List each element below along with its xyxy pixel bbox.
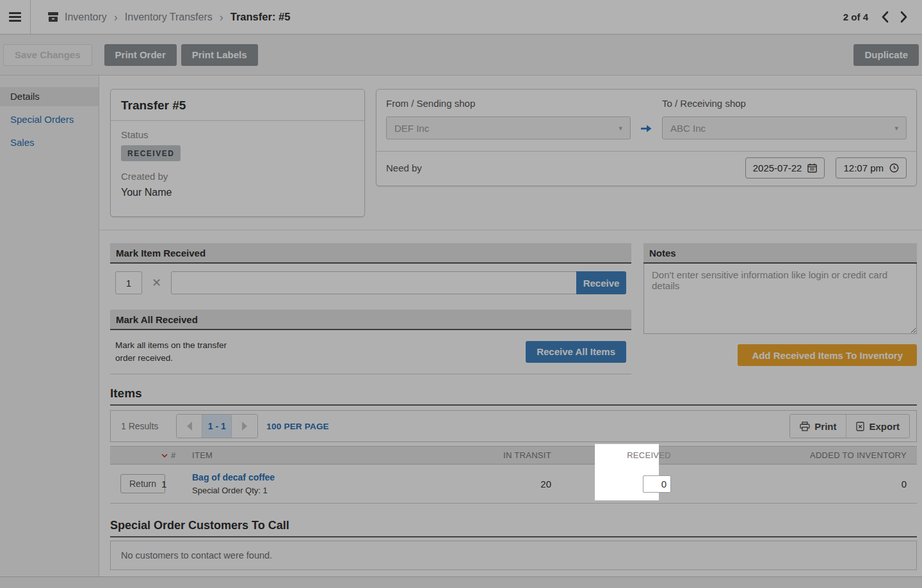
status-badge: RECEIVED bbox=[121, 145, 181, 161]
main-content: Transfer #5 Status RECEIVED Created by Y… bbox=[99, 75, 922, 576]
export-file-icon bbox=[856, 422, 864, 431]
calendar-icon bbox=[807, 163, 817, 173]
add-received-items-button[interactable]: Add Received Items To Inventory bbox=[738, 344, 917, 366]
transfer-summary-card: Transfer #5 Status RECEIVED Created by Y… bbox=[110, 89, 365, 217]
row-number: 1 bbox=[161, 479, 166, 489]
column-received[interactable]: RECEIVED bbox=[627, 450, 671, 460]
receive-all-items-button[interactable]: Receive All Items bbox=[526, 341, 626, 363]
results-count: 1 Results bbox=[121, 421, 158, 431]
sidebar-item-details[interactable]: Details bbox=[0, 87, 99, 106]
need-by-date-input[interactable]: 2025-07-22 bbox=[745, 157, 825, 179]
print-table-button[interactable]: Print bbox=[790, 415, 846, 438]
items-table: # ITEM IN TRANSIT RECEIVED ADDED TO INVE… bbox=[110, 446, 917, 504]
item-special-order-qty: Special Order Qty: 1 bbox=[192, 486, 434, 495]
notes-title: Notes bbox=[643, 243, 917, 264]
archive-box-icon bbox=[47, 12, 59, 22]
receive-qty-input[interactable] bbox=[115, 271, 142, 294]
created-by-label: Created by bbox=[121, 171, 354, 182]
special-orders-empty-message: No customers to contact were found. bbox=[110, 541, 917, 570]
duplicate-button[interactable]: Duplicate bbox=[853, 44, 919, 66]
page-prev-button[interactable] bbox=[177, 415, 202, 438]
sort-desc-icon[interactable] bbox=[161, 454, 168, 457]
dropdown-chevron-icon bbox=[894, 124, 898, 132]
page-next-button[interactable] bbox=[232, 415, 257, 438]
pagination: 1 - 1 bbox=[176, 414, 258, 438]
record-pager-label: 2 of 4 bbox=[843, 12, 868, 22]
hamburger-icon bbox=[9, 12, 21, 14]
close-x-icon[interactable] bbox=[152, 276, 161, 290]
action-toolbar: Save Changes Print Order Print Labels Du… bbox=[0, 35, 922, 75]
printer-icon bbox=[800, 422, 810, 431]
special-orders-section: Special Order Customers To Call No custo… bbox=[110, 519, 917, 570]
column-added-to-inventory[interactable]: ADDED TO INVENTORY bbox=[675, 447, 917, 465]
section-divider bbox=[99, 230, 922, 230]
notes-textarea[interactable] bbox=[643, 264, 917, 334]
item-name-link[interactable]: Bag of decaf coffee bbox=[192, 472, 434, 482]
export-table-button[interactable]: Export bbox=[846, 415, 909, 438]
notes-panel: Notes bbox=[643, 243, 917, 334]
need-by-time-input[interactable]: 12:07 pm bbox=[836, 157, 907, 179]
prev-icon bbox=[881, 11, 889, 23]
table-actions: Print Export bbox=[789, 414, 910, 438]
mark-item-received-title: Mark Item Received bbox=[110, 243, 631, 264]
items-title-rule bbox=[110, 404, 917, 406]
topbar: Inventory Inventory Transfers Transfer: … bbox=[0, 0, 922, 35]
status-label: Status bbox=[121, 129, 354, 140]
save-changes-button[interactable]: Save Changes bbox=[3, 44, 92, 66]
in-transit-value: 20 bbox=[434, 465, 551, 504]
mark-all-description: Mark all items on the transfer order rec… bbox=[115, 339, 243, 364]
breadcrumb-inventory-transfers[interactable]: Inventory Transfers bbox=[125, 12, 213, 23]
special-orders-title: Special Order Customers To Call bbox=[110, 519, 917, 532]
clock-icon bbox=[889, 163, 899, 173]
special-orders-title-rule bbox=[110, 536, 917, 537]
mark-all-received-panel: Mark All Received Mark all items on the … bbox=[110, 310, 631, 374]
items-section: Items 1 Results 1 - 1 100 PER PAGE Print bbox=[110, 386, 917, 504]
from-shop-select[interactable]: DEF Inc bbox=[386, 116, 631, 139]
breadcrumb-chevron bbox=[113, 12, 119, 23]
next-icon bbox=[900, 11, 908, 23]
column-num[interactable]: # bbox=[171, 450, 176, 460]
per-page-link[interactable]: 100 PER PAGE bbox=[266, 422, 328, 431]
page-next-icon bbox=[242, 422, 247, 431]
to-shop-label: To / Receiving shop bbox=[662, 98, 907, 109]
hamburger-menu-button[interactable] bbox=[0, 0, 30, 34]
transfer-title: Transfer #5 bbox=[111, 90, 364, 121]
from-shop-label: From / Sending shop bbox=[386, 98, 631, 109]
page-range: 1 - 1 bbox=[202, 415, 232, 438]
table-row: Return 1 Bag of decaf coffee Special Ord… bbox=[110, 465, 917, 504]
return-button[interactable]: Return bbox=[120, 474, 165, 493]
item-scan-input[interactable] bbox=[171, 271, 577, 294]
results-bar: 1 Results 1 - 1 100 PER PAGE Print bbox=[110, 410, 917, 442]
shops-card: From / Sending shop DEF Inc To / Receivi… bbox=[376, 89, 917, 186]
page-prev-icon bbox=[187, 422, 192, 431]
receive-button[interactable]: Receive bbox=[576, 271, 626, 294]
need-by-label: Need by bbox=[386, 163, 422, 173]
column-item[interactable]: ITEM bbox=[192, 447, 434, 465]
print-order-button[interactable]: Print Order bbox=[104, 44, 177, 66]
to-shop-select[interactable]: ABC Inc bbox=[662, 116, 907, 139]
dropdown-chevron-icon bbox=[619, 124, 622, 132]
items-title: Items bbox=[110, 386, 917, 401]
sidebar-item-special-orders[interactable]: Special Orders bbox=[0, 110, 99, 129]
breadcrumb-chevron bbox=[218, 12, 225, 23]
column-in-transit[interactable]: IN TRANSIT bbox=[434, 447, 551, 465]
next-record-button[interactable] bbox=[898, 10, 909, 24]
breadcrumb-inventory[interactable]: Inventory bbox=[65, 12, 107, 23]
received-qty-input[interactable] bbox=[643, 475, 671, 493]
sidebar-item-sales[interactable]: Sales bbox=[0, 133, 99, 152]
breadcrumb-current: Transfer: #5 bbox=[230, 11, 291, 23]
left-sidebar: Details Special Orders Sales bbox=[0, 75, 99, 576]
transfer-arrow-icon bbox=[641, 125, 652, 132]
breadcrumb: Inventory Inventory Transfers Transfer: … bbox=[30, 0, 843, 34]
page-footer bbox=[0, 576, 922, 588]
mark-item-received-panel: Mark Item Received Receive bbox=[110, 243, 631, 302]
created-by-value: Your Name bbox=[121, 187, 354, 198]
print-labels-button[interactable]: Print Labels bbox=[181, 44, 258, 66]
mark-all-received-title: Mark All Received bbox=[110, 310, 631, 330]
added-to-inventory-value: 0 bbox=[675, 465, 917, 504]
previous-record-button[interactable] bbox=[880, 10, 891, 24]
